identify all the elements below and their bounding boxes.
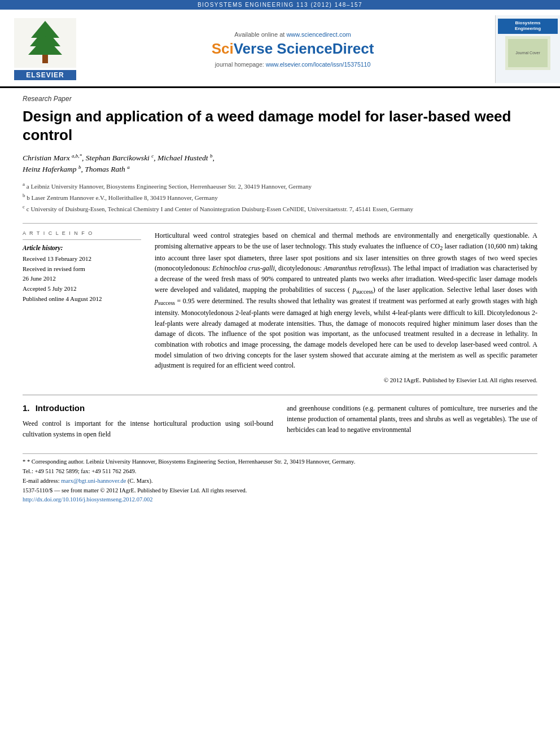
received-date: Received 13 February 2012	[23, 254, 141, 264]
elsevier-logo-area: ELSEVIER	[0, 15, 90, 83]
doi-link[interactable]: http://dx.doi.org/10.1016/j.biosystemsen…	[23, 496, 153, 503]
introduction-heading: 1. Introduction	[23, 403, 273, 413]
article-info-abstract-row: A R T I C L E I N F O Article history: R…	[23, 230, 537, 383]
paper-title: Design and application of a weed damage …	[23, 107, 537, 144]
article-info-heading: A R T I C L E I N F O	[23, 230, 141, 236]
authors-list: Christian Marx a,b,*, Stephan Barcikowsk…	[23, 152, 537, 176]
biosystems-badge: Biosystems Engineering	[498, 19, 558, 34]
journal-header-bar: BIOSYSTEMS ENGINEERING 113 (2012) 148–15…	[0, 0, 560, 10]
journal-citation: BIOSYSTEMS ENGINEERING 113 (2012) 148–15…	[198, 2, 362, 8]
intro-col1-text: Weed control is important for the intens…	[23, 418, 273, 440]
published-date: Published online 4 August 2012	[23, 294, 141, 304]
revised-label: Received in revised form	[23, 264, 141, 274]
section-divider-1	[23, 223, 537, 224]
accepted-date: Accepted 5 July 2012	[23, 284, 141, 294]
main-content: Research Paper Design and application of…	[0, 88, 560, 516]
article-history-label: Article history:	[23, 244, 141, 251]
sciverse-verse: Verse	[234, 40, 277, 57]
sciencedirect-url[interactable]: www.sciencedirect.com	[286, 31, 351, 38]
paper-type-label: Research Paper	[23, 95, 537, 103]
intro-col2-text: and greenhouse conditions (e.g. permanen…	[287, 403, 537, 436]
footnote-star-icon: *	[23, 458, 25, 465]
issn-note: 1537-5110/$ — see front matter © 2012 IA…	[23, 486, 537, 496]
article-info-column: A R T I C L E I N F O Article history: R…	[23, 230, 141, 383]
footnotes-area: * * Corresponding author. Leibniz Univer…	[23, 453, 537, 505]
elsevier-tree-icon	[14, 18, 76, 68]
sciencedirect-wordmark: ScienceDirect	[277, 40, 374, 57]
journal-cover-thumbnail: Journal Cover	[505, 36, 550, 70]
sciencedirect-info: Available online at www.sciencedirect.co…	[90, 15, 495, 83]
intro-right-col: and greenhouse conditions (e.g. permanen…	[287, 403, 537, 440]
email-link[interactable]: marx@bgt.uni-hannover.de	[61, 478, 126, 484]
doi-note: http://dx.doi.org/10.1016/j.biosystemsen…	[23, 495, 537, 505]
corresponding-author-note: * * Corresponding author. Leibniz Univer…	[23, 457, 537, 467]
article-info-divider	[23, 239, 141, 240]
journal-homepage-text: journal homepage: www.elsevier.com/locat…	[215, 61, 371, 68]
sciverse-sci: Sci	[212, 40, 234, 57]
tel-fax-note: Tel.: +49 511 762 5899; fax: +49 511 762…	[23, 467, 537, 477]
copyright-text: © 2012 IAgrE. Published by Elsevier Ltd.…	[155, 377, 537, 383]
abstract-column: Horticultural weed control strategies ba…	[155, 230, 537, 383]
journal-header: ELSEVIER Available online at www.science…	[0, 10, 560, 88]
svg-text:Journal Cover: Journal Cover	[515, 51, 540, 55]
available-online-text: Available online at www.sciencedirect.co…	[234, 31, 351, 38]
elsevier-wordmark: ELSEVIER	[14, 70, 76, 80]
abstract-text: Horticultural weed control strategies ba…	[155, 230, 537, 371]
journal-homepage-url[interactable]: www.elsevier.com/locate/issn/15375110	[266, 61, 371, 68]
introduction-section: 1. Introduction Weed control is importan…	[23, 403, 537, 440]
biosystems-badge-area: Biosystems Engineering Journal Cover	[495, 15, 560, 83]
affiliations: a a Leibniz University Hannover, Biosyst…	[23, 180, 537, 215]
introduction-divider	[23, 395, 537, 395]
revised-date: 26 June 2012	[23, 274, 141, 284]
email-note: E-mail address: marx@bgt.uni-hannover.de…	[23, 477, 537, 486]
intro-left-col: 1. Introduction Weed control is importan…	[23, 403, 273, 440]
sciverse-logo: SciVerse ScienceDirect	[212, 40, 374, 58]
